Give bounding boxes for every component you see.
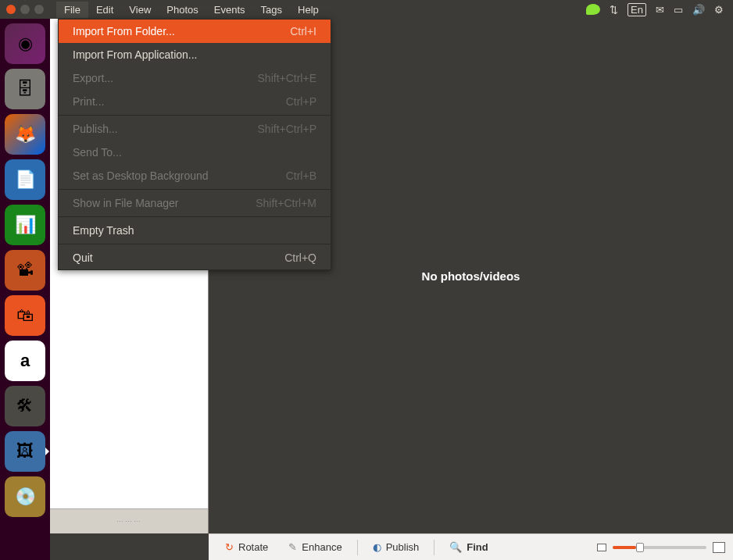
unity-launcher: ◉ 🗄 🦊 📄 📊 📽 🛍 a 🛠 🖼 💿 xyxy=(0,19,50,560)
launcher-shotwell[interactable]: 🖼 xyxy=(5,431,45,472)
launcher-calc[interactable]: 📊 xyxy=(5,205,45,245)
find-icon: 🔍 xyxy=(449,541,462,553)
keyboard-indicator[interactable]: En xyxy=(628,3,646,16)
menu-item-label: Show in File Manager xyxy=(73,197,178,209)
launcher-impress[interactable]: 📽 xyxy=(5,250,45,291)
menu-separator xyxy=(59,189,331,190)
window-close-button[interactable] xyxy=(6,5,16,14)
menu-item-label: Print... xyxy=(73,95,104,108)
battery-indicator-icon[interactable]: ▭ xyxy=(674,4,683,16)
button-label: Enhance xyxy=(302,541,341,553)
menu-tags[interactable]: Tags xyxy=(253,2,290,18)
menu-item-publish[interactable]: Publish... Shift+Ctrl+P xyxy=(59,117,331,141)
publish-icon: ◐ xyxy=(373,541,381,553)
launcher-dash[interactable]: ◉ xyxy=(5,23,45,64)
menu-item-quit[interactable]: Quit Ctrl+Q xyxy=(59,246,331,269)
launcher-settings[interactable]: 🛠 xyxy=(5,386,45,426)
zoom-track[interactable] xyxy=(613,546,706,549)
empty-state-text: No photos/videos xyxy=(422,269,520,283)
menu-item-print[interactable]: Print... Ctrl+P xyxy=(59,90,331,113)
menu-file[interactable]: File xyxy=(56,2,88,18)
menu-help[interactable]: Help xyxy=(290,2,327,18)
menu-separator xyxy=(59,115,331,116)
system-menu-icon[interactable]: ⚙ xyxy=(714,4,724,16)
launcher-writer[interactable]: 📄 xyxy=(5,159,45,200)
amazon-icon: a xyxy=(20,351,30,371)
menu-item-shortcut: Ctrl+Q xyxy=(284,251,316,264)
writer-icon: 📄 xyxy=(15,169,36,190)
settings-icon: 🛠 xyxy=(16,396,34,416)
file-menu-dropdown: Import From Folder... Ctrl+I Import From… xyxy=(58,19,331,270)
menu-events[interactable]: Events xyxy=(206,2,253,18)
menu-item-shortcut: Shift+Ctrl+E xyxy=(258,72,316,84)
bottom-toolbar: ↻ Rotate ✎ Enhance ◐ Publish 🔍 Find xyxy=(209,533,733,560)
rotate-button[interactable]: ↻ Rotate xyxy=(216,537,277,557)
menu-item-export[interactable]: Export... Shift+Ctrl+E xyxy=(59,66,331,90)
shotwell-icon: 🖼 xyxy=(16,441,34,462)
menu-view[interactable]: View xyxy=(121,2,159,18)
menu-item-label: Export... xyxy=(73,72,113,84)
menu-item-import-folder[interactable]: Import From Folder... Ctrl+I xyxy=(59,20,331,43)
menu-item-label: Set as Desktop Background xyxy=(73,169,209,182)
menu-item-label: Import From Application... xyxy=(73,48,198,61)
toolbar-separator xyxy=(357,540,358,555)
menu-item-set-background[interactable]: Set as Desktop Background Ctrl+B xyxy=(59,164,331,187)
zoom-slider[interactable] xyxy=(597,542,725,553)
menu-item-shortcut: Ctrl+P xyxy=(286,95,316,108)
mail-indicator-icon[interactable]: ✉ xyxy=(656,4,664,16)
menu-photos[interactable]: Photos xyxy=(159,2,206,18)
menu-item-shortcut: Shift+Ctrl+P xyxy=(258,123,316,135)
zoom-fill xyxy=(613,546,636,549)
files-icon: 🗄 xyxy=(16,79,34,99)
menu-edit[interactable]: Edit xyxy=(88,2,121,18)
window-maximize-button[interactable] xyxy=(34,5,44,14)
active-indicator-icon xyxy=(45,448,49,455)
zoom-in-icon[interactable] xyxy=(713,542,725,553)
button-label: Rotate xyxy=(238,541,268,553)
toolbar-separator xyxy=(434,540,434,555)
window-minimize-button[interactable] xyxy=(20,5,30,14)
button-label: Find xyxy=(467,541,488,553)
menu-separator xyxy=(59,216,331,217)
zoom-thumb[interactable] xyxy=(636,543,644,552)
menu-item-label: Quit xyxy=(73,251,93,264)
disk-icon: 💿 xyxy=(15,487,36,507)
rotate-icon: ↻ xyxy=(225,541,234,553)
button-label: Publish xyxy=(386,541,420,553)
software-icon: 🛍 xyxy=(16,305,34,326)
menubar-items: File Edit View Photos Events Tags Help xyxy=(50,2,327,18)
firefox-icon: 🦊 xyxy=(15,124,36,144)
impress-icon: 📽 xyxy=(16,260,34,280)
launcher-amazon[interactable]: a xyxy=(5,341,45,381)
pane-resize-grip[interactable]: ⋯⋯⋯ xyxy=(50,508,208,533)
menu-item-shortcut: Shift+Ctrl+M xyxy=(256,197,316,209)
dash-icon: ◉ xyxy=(18,34,33,54)
find-button[interactable]: 🔍 Find xyxy=(441,537,496,557)
menu-item-show-file-manager[interactable]: Show in File Manager Shift+Ctrl+M xyxy=(59,191,331,215)
zoom-out-icon[interactable] xyxy=(597,544,606,551)
menu-item-label: Publish... xyxy=(73,123,118,135)
menu-item-import-application[interactable]: Import From Application... xyxy=(59,43,331,66)
enhance-button[interactable]: ✎ Enhance xyxy=(280,537,350,557)
menu-item-label: Send To... xyxy=(73,146,122,159)
menu-item-label: Import From Folder... xyxy=(73,25,175,37)
menu-item-send-to[interactable]: Send To... xyxy=(59,141,331,164)
menu-item-shortcut: Ctrl+B xyxy=(286,169,316,182)
menu-item-empty-trash[interactable]: Empty Trash xyxy=(59,219,331,242)
network-indicator-icon[interactable]: ⇅ xyxy=(610,4,618,16)
menubar: File Edit View Photos Events Tags Help ⇅… xyxy=(0,0,733,19)
chat-indicator-icon[interactable] xyxy=(586,4,600,15)
launcher-files[interactable]: 🗄 xyxy=(5,69,45,109)
menu-item-label: Empty Trash xyxy=(73,224,134,237)
sound-indicator-icon[interactable]: 🔊 xyxy=(692,4,705,16)
menu-item-shortcut: Ctrl+I xyxy=(290,25,316,37)
launcher-firefox[interactable]: 🦊 xyxy=(5,114,45,155)
launcher-disk[interactable]: 💿 xyxy=(5,476,45,517)
calc-icon: 📊 xyxy=(15,215,36,235)
system-indicators: ⇅ En ✉ ▭ 🔊 ⚙ xyxy=(586,3,733,16)
publish-button[interactable]: ◐ Publish xyxy=(364,537,428,557)
enhance-icon: ✎ xyxy=(288,541,297,553)
launcher-software[interactable]: 🛍 xyxy=(5,295,45,336)
menu-separator xyxy=(59,244,331,244)
window-controls xyxy=(0,5,50,14)
